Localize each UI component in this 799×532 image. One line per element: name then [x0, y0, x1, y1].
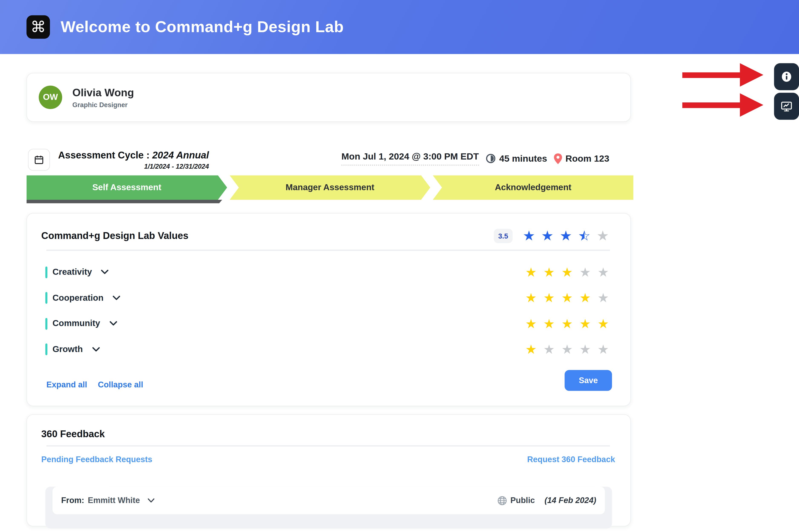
meeting-date-text: Jul 1, 2024 @ 3:00 PM EDT [363, 151, 479, 162]
info-button[interactable] [774, 63, 799, 90]
category-star-rating[interactable]: ★★★★★ [525, 317, 609, 330]
values-card-title: Command+g Design Lab Values [41, 230, 188, 242]
command-glyph: ⌘ [31, 19, 46, 35]
divider [46, 250, 610, 251]
meeting-location: Room 123 [565, 153, 609, 164]
meeting-duration: 45 minutes [499, 153, 547, 164]
annotation-arrow-info [682, 63, 764, 87]
star-empty[interactable]: ★ [597, 291, 609, 304]
chevron-down-icon [113, 296, 120, 301]
category-row: Growth★★★★★ [27, 337, 630, 362]
category-toggle-creativity[interactable]: Creativity [45, 266, 109, 278]
star-filled: ★ [560, 229, 572, 243]
star-filled[interactable]: ★ [525, 266, 537, 279]
star-empty[interactable]: ★ [579, 343, 591, 356]
feedback-request-row[interactable]: From:Emmitt WhitePublic(14 Feb 2024) [52, 487, 605, 514]
assessment-cycle-label: Assessment Cycle : [58, 150, 152, 160]
meeting-datetime: MonJul 1, 2024 @ 3:00 PM EDT [341, 151, 479, 166]
page-title: Welcome to Command+g Design Lab [61, 18, 344, 36]
star-filled[interactable]: ★ [579, 291, 591, 304]
meeting-info: MonJul 1, 2024 @ 3:00 PM EDT 45 minutes … [341, 151, 609, 166]
assessment-cycle-range: 1/1/2024 - 12/31/2024 [58, 163, 209, 170]
star-empty: ★ [597, 229, 609, 243]
active-stage-underline [26, 200, 222, 203]
calendar-button[interactable] [28, 149, 50, 171]
chevron-down-icon [92, 347, 100, 352]
star-empty[interactable]: ★ [579, 266, 591, 279]
annotation-arrow-screen [682, 93, 764, 117]
star-filled[interactable]: ★ [562, 317, 573, 330]
star-filled[interactable]: ★ [525, 343, 537, 356]
star-filled[interactable]: ★ [525, 317, 537, 330]
globe-icon [497, 496, 507, 505]
screen-share-button[interactable] [774, 93, 799, 120]
category-row: Creativity★★★★★ [27, 260, 630, 285]
star-filled[interactable]: ★ [562, 291, 573, 304]
user-name: Olivia Wong [72, 87, 134, 99]
assessment-cycle-value: 2024 Annual [152, 150, 209, 160]
chevron-down-icon[interactable] [148, 498, 154, 503]
visibility-label: Public [511, 496, 535, 505]
overall-star-rating: ★★★☆★★ [523, 229, 609, 243]
star-filled: ★ [523, 229, 535, 243]
star-filled[interactable]: ★ [597, 317, 609, 330]
stage-acknowledgement[interactable]: Acknowledgement [433, 175, 633, 200]
category-accent-bar [45, 318, 47, 330]
star-empty[interactable]: ★ [597, 266, 609, 279]
star-filled[interactable]: ★ [544, 266, 555, 279]
chevron-down-icon [109, 321, 117, 326]
divider [46, 445, 610, 446]
assessment-stages: Self AssessmentManager AssessmentAcknowl… [26, 175, 633, 200]
star-empty[interactable]: ★ [597, 343, 609, 356]
star-filled[interactable]: ★ [544, 291, 555, 304]
category-star-rating[interactable]: ★★★★★ [525, 343, 609, 356]
category-label: Growth [52, 344, 83, 355]
category-star-rating[interactable]: ★★★★★ [525, 291, 609, 304]
category-rows: Creativity★★★★★Cooperation★★★★★Community… [27, 260, 630, 362]
category-label: Creativity [52, 267, 92, 277]
user-role: Graphic Designer [72, 101, 134, 109]
category-star-rating[interactable]: ★★★★★ [525, 266, 609, 279]
star-filled[interactable]: ★ [579, 317, 591, 330]
assessment-cycle: Assessment Cycle : 2024 Annual 1/1/2024 … [58, 150, 209, 170]
category-toggle-cooperation[interactable]: Cooperation [45, 292, 120, 304]
category-accent-bar [45, 292, 47, 304]
from-label: From: [61, 496, 84, 505]
star-empty[interactable]: ★ [544, 343, 555, 356]
avatar: OW [39, 86, 62, 109]
page: ⌘ Welcome to Command+g Design Lab OW Oli… [0, 0, 799, 532]
meeting-day: Mon [341, 151, 360, 162]
request-feedback-link[interactable]: Request 360 Feedback [527, 455, 615, 464]
category-accent-bar [45, 266, 47, 278]
category-toggle-community[interactable]: Community [45, 318, 117, 330]
screen-share-icon [780, 99, 794, 113]
category-accent-bar [45, 343, 47, 355]
star-empty[interactable]: ★ [562, 343, 573, 356]
feedback-card-title: 360 Feedback [41, 429, 105, 440]
feedback-requests: From:Emmitt WhitePublic(14 Feb 2024) [45, 480, 612, 529]
stage-self-assessment[interactable]: Self Assessment [26, 175, 227, 200]
duration-clock-icon [486, 153, 496, 164]
values-card: Command+g Design Lab Values 3.5 ★★★☆★★ C… [26, 213, 631, 406]
save-button[interactable]: Save [565, 370, 612, 391]
star-filled[interactable]: ★ [525, 291, 537, 304]
star-filled[interactable]: ★ [544, 317, 555, 330]
feedback-card: 360 Feedback Pending Feedback Requests R… [26, 414, 631, 526]
category-row: Community★★★★★ [27, 311, 630, 337]
from-name: Emmitt White [88, 496, 140, 505]
stage-manager-assessment[interactable]: Manager Assessment [230, 175, 430, 200]
star-half: ☆★ [578, 229, 591, 243]
collapse-all-link[interactable]: Collapse all [98, 380, 143, 389]
category-row: Cooperation★★★★★ [27, 285, 630, 311]
star-filled[interactable]: ★ [562, 266, 573, 279]
expand-all-link[interactable]: Expand all [46, 380, 87, 389]
chevron-down-icon [101, 270, 109, 275]
pending-feedback-link[interactable]: Pending Feedback Requests [41, 455, 152, 464]
user-card: OW Olivia Wong Graphic Designer [26, 73, 631, 122]
command-logo-icon: ⌘ [26, 15, 50, 39]
calendar-icon [34, 154, 44, 165]
overall-rating: 3.5 ★★★☆★★ [494, 229, 609, 243]
request-date: (14 Feb 2024) [545, 496, 596, 505]
category-label: Cooperation [52, 293, 103, 303]
category-toggle-growth[interactable]: Growth [45, 343, 100, 355]
